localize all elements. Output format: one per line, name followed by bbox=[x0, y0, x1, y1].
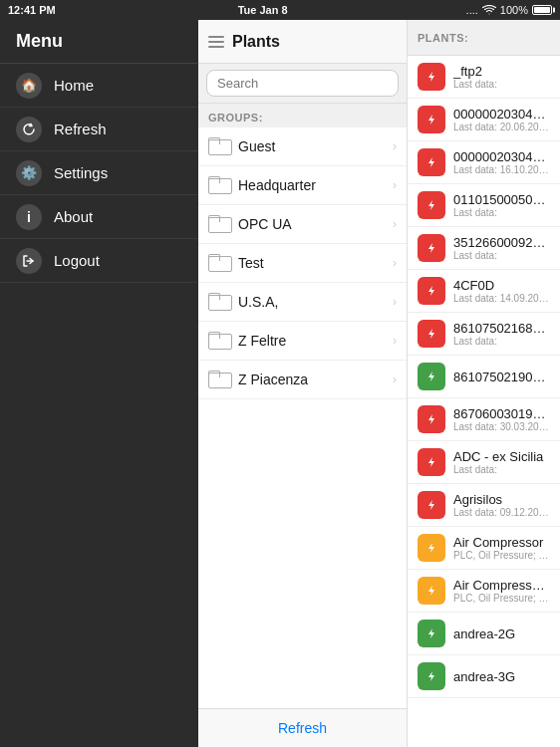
plant-name: Agrisilos bbox=[453, 492, 550, 507]
plant-name: 00000020304D1E bbox=[453, 149, 550, 164]
plant-status-badge bbox=[418, 148, 445, 176]
plant-info: 00000020304D1E Last data: 16.10.2013 16:… bbox=[453, 149, 550, 175]
plant-status-badge bbox=[418, 277, 445, 305]
plant-item[interactable]: 867060030194368 Last data: 30.03.2018 12… bbox=[408, 398, 560, 441]
plant-item[interactable]: Air Compressor 2 PLC, Oil Pressure; usci… bbox=[408, 570, 560, 613]
plant-sub: PLC, Oil Pressure; uscita sc bbox=[453, 550, 550, 561]
search-input[interactable] bbox=[206, 70, 399, 97]
plant-sub: Last data: 14.09.2004 11:54 bbox=[453, 293, 550, 304]
folder-icon bbox=[208, 293, 230, 311]
plant-sub: Last data: 09.12.2011 17:20 bbox=[453, 507, 550, 518]
middle-footer: Refresh bbox=[198, 708, 407, 747]
plant-status-badge bbox=[418, 363, 445, 390]
plant-item[interactable]: 00000020304D07 Last data: 20.06.2012 17:… bbox=[408, 99, 560, 141]
sidebar-item-about-label: About bbox=[54, 208, 93, 225]
home-icon: 🏠 bbox=[16, 73, 42, 99]
plant-item[interactable]: 86107502168049 Last data: bbox=[408, 313, 560, 356]
refresh-link[interactable]: Refresh bbox=[278, 720, 327, 736]
plant-sub: Last data: bbox=[453, 207, 550, 218]
plant-item[interactable]: 4CF0D Last data: 14.09.2004 11:54 bbox=[408, 270, 560, 313]
plant-name: Air Compressor 2 bbox=[453, 578, 550, 593]
plant-status-badge bbox=[418, 63, 445, 91]
status-bar: 12:41 PM Tue Jan 8 .... 100% bbox=[0, 0, 560, 20]
sidebar-item-refresh[interactable]: Refresh bbox=[0, 108, 198, 151]
folder-icon bbox=[208, 371, 230, 388]
signal-icon: .... bbox=[466, 4, 478, 16]
plant-name: 86107502168049 bbox=[453, 321, 550, 336]
group-name: Guest bbox=[238, 138, 385, 154]
plant-item[interactable]: Agrisilos Last data: 09.12.2011 17:20 bbox=[408, 484, 560, 527]
plant-status-badge bbox=[418, 320, 445, 348]
sidebar-item-logout-label: Logout bbox=[54, 252, 100, 269]
plant-info: 00000020304D07 Last data: 20.06.2012 17:… bbox=[453, 107, 550, 132]
group-name: Z Feltre bbox=[238, 333, 385, 349]
plant-name: 86107502190216 bbox=[453, 370, 550, 384]
svg-marker-14 bbox=[428, 671, 434, 681]
group-item[interactable]: Guest › bbox=[198, 127, 407, 166]
plant-info: 86107502190216 bbox=[453, 370, 550, 384]
plants-header: PLANTS: bbox=[408, 20, 560, 56]
plant-info: 351266000921850 Last data: bbox=[453, 235, 550, 261]
sidebar-item-about[interactable]: i About bbox=[0, 195, 198, 239]
group-item[interactable]: Z Piacenza › bbox=[198, 361, 407, 399]
plant-item[interactable]: andrea-3G bbox=[408, 655, 560, 698]
group-item[interactable]: Z Feltre › bbox=[198, 322, 407, 361]
plant-item[interactable]: ADC - ex Sicilia Last data: bbox=[408, 441, 560, 484]
plant-item[interactable]: 011015000505690 Last data: bbox=[408, 184, 560, 227]
battery-icon bbox=[532, 5, 552, 15]
svg-marker-4 bbox=[428, 243, 434, 253]
wifi-icon bbox=[482, 5, 496, 15]
svg-marker-6 bbox=[428, 329, 434, 339]
chevron-right-icon: › bbox=[393, 178, 397, 192]
svg-marker-3 bbox=[428, 200, 434, 210]
sidebar-item-settings-label: Settings bbox=[54, 164, 108, 181]
plant-status-badge bbox=[418, 577, 445, 605]
plant-status-badge bbox=[418, 620, 445, 647]
plant-info: andrea-2G bbox=[453, 626, 550, 641]
plant-item[interactable]: 351266000921850 Last data: bbox=[408, 227, 560, 270]
plant-sub: PLC, Oil Pressure; uscita sc bbox=[453, 593, 550, 604]
plant-item[interactable]: _ftp2 Last data: bbox=[408, 56, 560, 99]
status-indicators: .... 100% bbox=[466, 4, 552, 16]
plant-name: 4CF0D bbox=[453, 278, 550, 293]
plant-name: 00000020304D07 bbox=[453, 107, 550, 122]
svg-marker-0 bbox=[428, 72, 434, 82]
group-item[interactable]: Headquarter › bbox=[198, 166, 407, 205]
plant-name: 867060030194368 bbox=[453, 406, 550, 421]
plant-item[interactable]: Air Compressor PLC, Oil Pressure; uscita… bbox=[408, 527, 560, 570]
plant-name: andrea-2G bbox=[453, 626, 550, 641]
group-name: OPC UA bbox=[238, 216, 385, 232]
plant-info: andrea-3G bbox=[453, 669, 550, 684]
plant-item[interactable]: andrea-2G bbox=[408, 613, 560, 655]
refresh-icon bbox=[16, 117, 42, 142]
plant-name: Air Compressor bbox=[453, 535, 550, 550]
chevron-right-icon: › bbox=[393, 217, 397, 231]
group-name: Test bbox=[238, 255, 385, 271]
plant-item[interactable]: 00000020304D1E Last data: 16.10.2013 16:… bbox=[408, 141, 560, 184]
sidebar-item-settings[interactable]: ⚙️ Settings bbox=[0, 151, 198, 195]
plant-info: 867060030194368 Last data: 30.03.2018 12… bbox=[453, 406, 550, 432]
sidebar-item-home-label: Home bbox=[54, 77, 94, 94]
svg-marker-8 bbox=[428, 414, 434, 424]
plant-item[interactable]: 86107502190216 bbox=[408, 356, 560, 398]
chevron-right-icon: › bbox=[393, 295, 397, 309]
plants-list: _ftp2 Last data: 00000020304D07 Last dat… bbox=[408, 56, 560, 747]
logout-icon bbox=[16, 248, 42, 274]
folder-icon bbox=[208, 332, 230, 350]
plant-info: Air Compressor PLC, Oil Pressure; uscita… bbox=[453, 535, 550, 561]
group-item[interactable]: OPC UA › bbox=[198, 205, 407, 244]
sidebar-item-home[interactable]: 🏠 Home bbox=[0, 64, 198, 108]
group-item[interactable]: U.S.A, › bbox=[198, 283, 407, 322]
folder-icon bbox=[208, 137, 230, 155]
hamburger-icon[interactable] bbox=[208, 36, 224, 48]
group-name: Z Piacenza bbox=[238, 372, 385, 387]
sidebar-item-refresh-label: Refresh bbox=[54, 121, 107, 137]
group-item[interactable]: Test › bbox=[198, 244, 407, 283]
sidebar-item-logout[interactable]: Logout bbox=[0, 239, 198, 283]
middle-panel: Plants GROUPS: Guest › Headquarter › OPC… bbox=[198, 20, 408, 747]
plant-sub: Last data: bbox=[453, 79, 550, 90]
plant-info: ADC - ex Sicilia Last data: bbox=[453, 449, 550, 475]
plant-name: andrea-3G bbox=[453, 669, 550, 684]
plant-status-badge bbox=[418, 662, 445, 690]
middle-header-title: Plants bbox=[232, 33, 280, 51]
